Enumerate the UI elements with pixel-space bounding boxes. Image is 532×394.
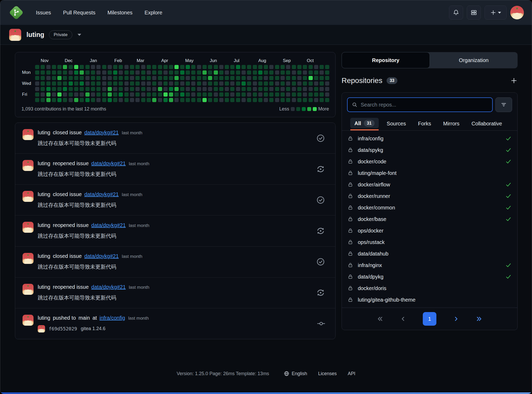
repo-row[interactable]: docker/base (342, 213, 517, 225)
heatmap-cell (286, 98, 290, 102)
heatmap-cell (208, 70, 212, 75)
heatmap-cell (309, 65, 313, 69)
user-avatar[interactable] (510, 6, 524, 19)
avatar[interactable] (23, 160, 34, 171)
heatmap-cell (119, 76, 123, 80)
filter-tab-all[interactable]: All31 (353, 117, 376, 130)
pager-next-button[interactable] (453, 315, 459, 322)
repo-row[interactable]: docker/code (342, 156, 517, 167)
feed-target-link[interactable]: data/dpykg#21 (84, 130, 119, 135)
heatmap-cell (163, 65, 168, 69)
feed-target-link[interactable]: infra/config (100, 315, 125, 321)
heatmap-cell (219, 98, 223, 102)
heatmap-cell (230, 81, 234, 86)
gitea-logo-icon[interactable] (8, 4, 24, 21)
feed-user-link[interactable]: luting (38, 160, 50, 166)
avatar[interactable] (23, 222, 34, 233)
feed-user-link[interactable]: luting (38, 253, 50, 259)
heatmap-cell (96, 98, 101, 102)
notifications-button[interactable] (449, 5, 463, 20)
heatmap-cell (147, 92, 151, 97)
heatmap-cell (242, 81, 246, 86)
version-info: Version: 1.25.0 Page: 26ms Template: 13m… (177, 371, 269, 376)
heatmap-cell (197, 65, 201, 69)
repo-row[interactable]: data/spykg (342, 144, 517, 156)
repo-name: docker/code (358, 159, 386, 165)
pager-last-button[interactable] (476, 315, 482, 322)
tab-repository[interactable]: Repository (342, 52, 430, 68)
feed-target-link[interactable]: data/dpykg#21 (91, 160, 126, 166)
create-new-button[interactable] (485, 5, 507, 20)
heatmap-cell (258, 70, 262, 75)
commit-hash-link[interactable]: f69d552029 (49, 326, 77, 331)
avatar[interactable] (23, 284, 34, 295)
nav-item-pull-requests[interactable]: Pull Requests (63, 10, 95, 16)
heatmap-cell (325, 92, 329, 97)
repo-row[interactable]: docker/common (342, 202, 517, 213)
nav-item-explore[interactable]: Explore (145, 10, 162, 16)
feed-user-link[interactable]: luting (38, 315, 50, 321)
pager-page-1-button[interactable]: 1 (423, 312, 436, 326)
filter-tab-collaborative[interactable]: Collaborative (470, 118, 503, 130)
filter-tab-forks[interactable]: Forks (417, 118, 432, 130)
feed-user-link[interactable]: luting (38, 222, 50, 228)
repo-search-input[interactable] (361, 102, 488, 108)
repo-row[interactable]: data/datahub (342, 248, 517, 259)
nav-item-issues[interactable]: Issues (36, 10, 51, 16)
heatmap-cell (113, 70, 117, 75)
feed-target-link[interactable]: data/dpykg#21 (91, 222, 126, 228)
heatmap-cell (52, 87, 56, 91)
filter-tab-mirrors[interactable]: Mirrors (442, 118, 460, 130)
repo-row[interactable]: data/dpykg (342, 271, 517, 282)
heatmap-cell (74, 98, 78, 102)
filter-tab-sources[interactable]: Sources (386, 118, 407, 130)
heatmap-cell (35, 81, 39, 86)
repo-row[interactable]: luting/gitea-github-theme (342, 294, 517, 306)
avatar[interactable] (23, 315, 34, 326)
heatmap-cell (96, 92, 101, 97)
repo-row[interactable]: luting/maple-font (342, 167, 517, 179)
repo-row[interactable]: infra/nginx (342, 259, 517, 271)
lock-icon (348, 274, 353, 280)
heatmap-cell (96, 70, 101, 75)
repo-row[interactable]: ops/rustack (342, 236, 517, 248)
heatmap-cell (113, 76, 117, 80)
repo-filter-button[interactable] (495, 97, 512, 112)
feed-user-link[interactable]: luting (38, 284, 50, 290)
feed-user-link[interactable]: luting (38, 191, 50, 197)
avatar[interactable] (23, 129, 34, 140)
heatmap-cell (253, 65, 257, 69)
profile-username[interactable]: luting (26, 31, 44, 38)
feed-timestamp: last month (128, 316, 149, 321)
feed-target-link[interactable]: data/dpykg#21 (91, 284, 126, 290)
nav-item-milestones[interactable]: Milestones (107, 10, 133, 16)
repo-row[interactable]: infra/config (342, 133, 517, 144)
feed-user-link[interactable]: luting (38, 130, 50, 135)
heatmap-cell (242, 70, 246, 75)
repo-row[interactable]: ops/docker (342, 225, 517, 236)
avatar[interactable] (23, 191, 34, 202)
add-repository-button[interactable] (510, 77, 518, 84)
feed-target-link[interactable]: data/dpykg#21 (84, 191, 119, 197)
heatmap-cell (236, 92, 240, 97)
repo-row[interactable]: docker/runner (342, 190, 517, 202)
feed-target-link[interactable]: data/dpykg#21 (84, 253, 119, 259)
chevron-down-icon[interactable] (78, 34, 81, 36)
heatmap-cell (219, 70, 223, 75)
lock-icon (348, 170, 353, 176)
repo-row[interactable]: docker/airflow (342, 179, 517, 190)
heatmap-cell (286, 76, 290, 80)
issue-closed-icon (316, 195, 328, 205)
profile-avatar[interactable] (9, 29, 21, 41)
heatmap-cell (309, 70, 313, 75)
licenses-link[interactable]: Licenses (318, 371, 337, 376)
avatar[interactable] (23, 253, 34, 264)
api-link[interactable]: API (348, 371, 355, 376)
feed-action-text: closed issue (53, 253, 82, 259)
repo-row[interactable]: docker/doris (342, 282, 517, 294)
tab-organization[interactable]: Organization (430, 52, 518, 68)
avatar[interactable] (38, 325, 45, 332)
language-selector[interactable]: English (284, 371, 307, 376)
admin-panel-button[interactable] (467, 5, 481, 20)
heatmap-cell (46, 81, 51, 86)
